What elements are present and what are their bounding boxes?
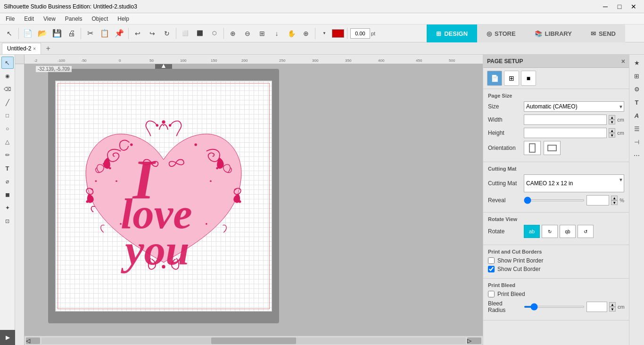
reveal-down[interactable]: ▼ [611,200,618,205]
width-up[interactable]: ▲ [609,115,615,120]
select-tool-btn[interactable]: ↖ [3,27,16,40]
menu-view[interactable]: View [40,15,59,23]
select-all-btn[interactable]: ⬜ [179,27,192,40]
rightside-style-btn[interactable]: A [631,109,643,122]
tri-tool[interactable]: △ [1,136,14,148]
new-btn[interactable]: 📄 [21,27,34,40]
h-scrollbar[interactable]: ◁ ▷ [25,336,483,345]
portrait-btn[interactable] [524,141,541,155]
line-tool[interactable]: ╱ [1,96,14,108]
close-button[interactable]: ✕ [627,0,640,13]
eraser-tool[interactable]: ⌫ [1,83,14,95]
rect-tool[interactable]: □ [1,109,14,122]
tab-close-btn[interactable]: × [33,46,36,51]
zoom-plus-btn[interactable]: ⊕ [299,27,313,40]
rightside-settings-btn[interactable]: ⚙ [631,83,643,95]
page-icon-btn[interactable]: 📄 [487,71,502,86]
reveal-spinner[interactable]: ▲ ▼ [611,196,618,205]
show-print-border-label[interactable]: Show Print Border [497,257,543,264]
print-bleed-label[interactable]: Print Bleed [497,291,525,297]
reveal-up[interactable]: ▲ [611,196,618,200]
bleed-radius-slider[interactable] [524,306,585,308]
knife-tool[interactable]: ⌀ [1,175,14,188]
bleed-radius-spinner[interactable]: ▲ ▼ [609,302,616,312]
width-down[interactable]: ▼ [609,120,615,124]
library-btn[interactable]: 📚 LIBRARY [525,25,581,42]
canvas-content[interactable]: ▲ [25,64,483,336]
send-btn[interactable]: ✉ SEND [581,25,625,42]
zoom-fit-btn[interactable]: ⊞ [256,27,269,40]
reveal-slider[interactable] [524,199,585,201]
maximize-button[interactable]: □ [613,0,626,13]
rightside-filter-btn[interactable]: ⊞ [631,70,643,82]
cursor-tool[interactable]: ↖ [1,57,14,69]
scroll-down-btn[interactable]: ↓ [270,27,283,40]
select-node-btn[interactable]: ⬡ [208,27,221,40]
height-down[interactable]: ▼ [609,133,615,138]
open-btn[interactable]: 📂 [36,27,49,40]
rightside-more-btn[interactable]: ⋯ [631,149,643,161]
circle-tool[interactable]: ○ [1,123,14,135]
cutting-mat-select[interactable]: CAMEO 12 x 12 in [524,174,624,192]
hand-btn[interactable]: ✋ [285,27,298,40]
rotate-90-btn[interactable]: ↻ [542,225,558,238]
h-scroll-thumb[interactable] [211,337,296,344]
h-scroll-btn-left[interactable]: ◁ [26,337,40,344]
width-input[interactable]: 30.48 [524,115,607,125]
rotate-180-btn[interactable]: qb [560,225,576,238]
minimize-button[interactable]: ─ [599,0,612,13]
thickness-input[interactable]: 0.00 [350,28,370,39]
bleed-radius-input[interactable]: 0.127 [586,302,607,312]
copy-btn[interactable]: 📋 [98,27,111,40]
panel-close-btn[interactable]: × [621,58,625,65]
bottom-nav-btn[interactable]: ▶ [0,330,15,345]
h-scroll-btn-right[interactable]: ▷ [467,337,481,344]
save-btn[interactable]: 💾 [50,27,64,40]
menu-file[interactable]: File [2,15,18,23]
rotate-0-btn[interactable]: ab [524,225,540,238]
print-btn[interactable]: 🖨 [65,27,78,40]
size-select[interactable]: Automatic (CAMEO) [524,101,624,112]
select-cut-btn[interactable]: ⬛ [193,27,206,40]
cut-btn[interactable]: ✂ [83,27,97,40]
height-spinner[interactable]: ▲ ▼ [609,128,615,138]
color-dropdown[interactable]: ▼ [318,27,331,40]
menu-edit[interactable]: Edit [20,15,38,23]
refresh-btn[interactable]: ↻ [160,27,173,40]
dark-icon-btn[interactable]: ■ [521,71,536,86]
redo-btn[interactable]: ↪ [146,27,159,40]
show-print-border-checkbox[interactable] [488,257,495,264]
height-up[interactable]: ▲ [609,128,615,133]
zoom-out-btn[interactable]: ⊖ [241,27,254,40]
grid-icon-btn[interactable]: ⊞ [504,71,519,86]
height-input[interactable]: 30.48 [524,128,607,138]
new-tab-btn[interactable]: + [43,43,53,54]
show-cut-border-checkbox[interactable] [488,266,495,272]
print-bleed-checkbox[interactable] [488,291,495,297]
rightside-ruler-btn[interactable]: ⊣ [631,136,643,148]
rightside-star-btn[interactable]: ★ [631,57,643,69]
reveal-input[interactable]: 0.0 [586,195,609,205]
tab-untitled2[interactable]: Untitled-2 × [2,43,41,54]
paste-btn[interactable]: 📌 [113,27,126,40]
show-cut-border-label[interactable]: Show Cut Border [497,266,540,272]
text-tool[interactable]: T [1,162,14,174]
zoom-in-btn[interactable]: ⊕ [226,27,239,40]
menu-panels[interactable]: Panels [61,15,86,23]
bleed-down[interactable]: ▼ [609,307,616,312]
width-spinner[interactable]: ▲ ▼ [609,115,615,124]
store-btn[interactable]: ◎ STORE [477,25,525,42]
rightside-text-btn[interactable]: T [631,96,643,108]
pencil-tool[interactable]: ✏ [1,149,14,161]
landscape-btn[interactable] [544,141,561,155]
rotate-270-btn[interactable]: ↺ [578,225,594,238]
fill-tool[interactable]: ◼ [1,189,14,201]
rightside-align-btn[interactable]: ☰ [631,123,643,135]
point-tool[interactable]: ✦ [1,202,14,214]
menu-object[interactable]: Object [88,15,112,23]
crop-tool[interactable]: ⊡ [1,215,14,227]
menu-help[interactable]: Help [114,15,133,23]
color-box[interactable] [332,29,344,38]
bleed-up[interactable]: ▲ [609,302,616,307]
undo-btn[interactable]: ↩ [131,27,144,40]
